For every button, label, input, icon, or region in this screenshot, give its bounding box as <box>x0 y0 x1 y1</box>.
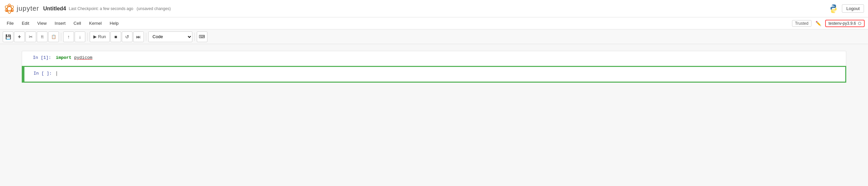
toolbar-divider-3 <box>146 33 146 41</box>
run-label: Run <box>98 34 106 39</box>
notebook-content: In [1]: import pydicom In [ ]: <box>0 44 868 178</box>
menu-help[interactable]: Help <box>106 20 122 27</box>
menu-edit[interactable]: Edit <box>19 20 32 27</box>
toolbar-divider-1 <box>61 33 61 41</box>
move-up-button[interactable]: ↑ <box>63 31 74 42</box>
restart-button[interactable]: ↺ <box>122 31 132 42</box>
cells-container: In [1]: import pydicom In [ ]: <box>22 51 846 83</box>
paste-button[interactable]: 📋 <box>48 31 59 42</box>
cell-type-select[interactable]: Code Markdown Raw NBConvert <box>148 31 192 42</box>
jupyter-brand-text: jupyter <box>17 5 39 12</box>
cell-1-input[interactable]: import pydicom <box>54 51 846 66</box>
add-cell-button[interactable]: + <box>14 31 25 42</box>
keyboard-icon: ⌨ <box>199 34 205 39</box>
cell-1-prompt: In [1]: <box>24 51 54 66</box>
menu-cell[interactable]: Cell <box>70 20 84 27</box>
menu-kernel[interactable]: Kernel <box>86 20 105 27</box>
menu-bar: File Edit View Insert Cell Kernel Help T… <box>0 18 868 29</box>
menu-insert[interactable]: Insert <box>51 20 69 27</box>
save-button[interactable]: 💾 <box>3 31 13 42</box>
cell-1-inner: In [1]: import pydicom <box>24 51 846 66</box>
trusted-button[interactable]: Trusted <box>792 20 811 27</box>
copy-icon: ⎘ <box>41 34 43 39</box>
cell-1: In [1]: import pydicom <box>22 51 846 66</box>
move-down-button[interactable]: ↓ <box>74 31 85 42</box>
restart-icon: ↺ <box>125 34 129 39</box>
cell-2-inner: In [ ]: <box>24 67 845 82</box>
menu-bar-right: Trusted ✏️ testenv-py3.9.6 <box>792 20 865 27</box>
copy-button[interactable]: ⎘ <box>37 31 48 42</box>
run-icon: ▶ <box>93 34 97 39</box>
cursor <box>57 71 57 76</box>
menu-file[interactable]: File <box>3 20 17 27</box>
logout-button[interactable]: Logout <box>842 4 864 13</box>
stop-button[interactable]: ■ <box>111 31 121 42</box>
run-button[interactable]: ▶ Run <box>90 31 110 42</box>
cell-1-module: pydicom <box>74 55 92 60</box>
jupyter-logo-icon <box>4 3 15 14</box>
cell-2-input[interactable] <box>55 67 845 82</box>
menu-view[interactable]: View <box>34 20 50 27</box>
stop-icon: ■ <box>115 34 117 39</box>
kernel-status-circle <box>858 22 861 25</box>
cell-2[interactable]: In [ ]: <box>22 66 846 82</box>
jupyter-logo: jupyter <box>4 3 39 14</box>
keyboard-shortcuts-button[interactable]: ⌨ <box>197 31 208 42</box>
arrow-up-icon: ↑ <box>68 34 70 39</box>
kernel-name-text: testenv-py3.9.6 <box>829 21 856 26</box>
top-bar: jupyter Untitled4 Last Checkpoint: a few… <box>0 0 868 18</box>
plus-icon: + <box>18 34 21 40</box>
toolbar-divider-4 <box>194 33 195 41</box>
cell-1-keyword: import <box>56 55 72 60</box>
cell-2-prompt: In [ ]: <box>24 67 55 82</box>
checkpoint-info: Last Checkpoint: a few seconds ago (unsa… <box>69 6 170 11</box>
python-icon <box>829 4 839 14</box>
save-icon: 💾 <box>5 34 11 39</box>
edit-pencil-button[interactable]: ✏️ <box>814 20 823 27</box>
toolbar-divider-2 <box>87 33 88 41</box>
paste-icon: 📋 <box>51 34 56 39</box>
restart-run-button[interactable]: ⏭ <box>133 31 144 42</box>
toolbar: 💾 + ✂ ⎘ 📋 ↑ ↓ ▶ Run ■ ↺ ⏭ Code M <box>0 29 868 44</box>
fast-forward-icon: ⏭ <box>136 34 141 39</box>
svg-point-3 <box>9 5 10 7</box>
kernel-indicator[interactable]: testenv-py3.9.6 <box>825 20 865 27</box>
svg-point-4 <box>6 10 8 11</box>
cut-button[interactable]: ✂ <box>25 31 36 42</box>
top-bar-right: Logout <box>829 4 864 14</box>
notebook-title[interactable]: Untitled4 <box>43 6 66 12</box>
arrow-down-icon: ↓ <box>79 34 81 39</box>
scissors-icon: ✂ <box>29 34 33 39</box>
svg-point-5 <box>11 10 13 11</box>
